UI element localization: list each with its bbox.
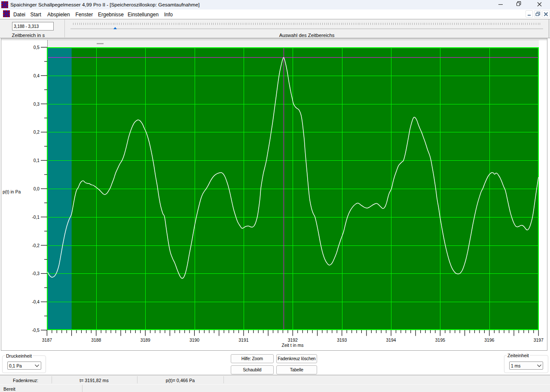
svg-text:3191: 3191 (238, 338, 248, 343)
svg-text:3196: 3196 (484, 338, 494, 343)
svg-text:3193: 3193 (337, 338, 347, 343)
svg-text:3187: 3187 (42, 338, 52, 343)
svg-text:0,3: 0,3 (34, 102, 40, 107)
svg-text:-0,1: -0,1 (32, 215, 40, 220)
svg-text:0,4: 0,4 (34, 74, 40, 78)
svg-text:3194: 3194 (386, 338, 396, 343)
svg-text:3190: 3190 (189, 338, 199, 343)
svg-text:3197: 3197 (534, 338, 544, 343)
svg-text:0,0: 0,0 (34, 187, 40, 191)
svg-text:0,1: 0,1 (34, 158, 40, 163)
svg-text:3195: 3195 (435, 338, 445, 343)
svg-text:-0,2: -0,2 (32, 243, 40, 248)
svg-text:-0,5: -0,5 (32, 328, 40, 333)
svg-text:-0,4: -0,4 (32, 300, 40, 304)
svg-text:p(t) in Pa: p(t) in Pa (3, 190, 21, 194)
svg-text:3188: 3188 (91, 338, 101, 343)
svg-text:0,5: 0,5 (34, 45, 40, 50)
svg-text:3189: 3189 (141, 338, 150, 343)
svg-text:3192: 3192 (288, 338, 298, 343)
svg-text:0,2: 0,2 (34, 130, 40, 135)
svg-text:Zeit t in ms: Zeit t in ms (282, 343, 304, 348)
svg-text:-0,3: -0,3 (32, 271, 40, 276)
